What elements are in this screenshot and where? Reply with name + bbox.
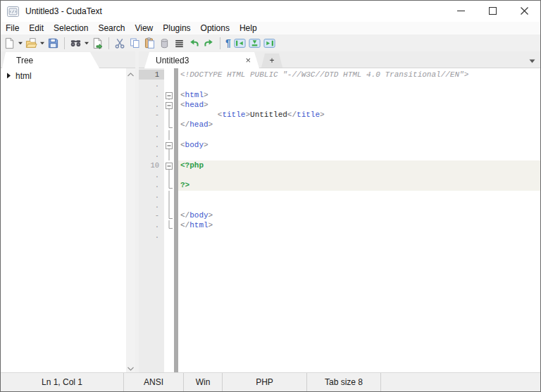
delete-button[interactable]: [157, 35, 172, 51]
select-all-button[interactable]: [172, 35, 187, 51]
tree-item-label: html: [15, 71, 32, 81]
goto-icon: [92, 37, 104, 49]
undo-button[interactable]: [187, 35, 201, 51]
maximize-button[interactable]: [477, 1, 509, 22]
code-line-1[interactable]: <!DOCTYPE HTML PUBLIC "-//W3C//DTD HTML …: [178, 70, 540, 80]
plus-icon: +: [269, 56, 274, 65]
code-line-15[interactable]: </body>: [178, 210, 540, 220]
tab-strip: Untitled3 × +: [139, 51, 540, 68]
toggle-right-panel-button[interactable]: [262, 35, 277, 51]
code-line-6[interactable]: </head>: [178, 120, 540, 129]
toggle-left-panel-icon: [234, 37, 246, 49]
status-encoding[interactable]: ANSI: [124, 373, 184, 391]
dropdown-arrow-button[interactable]: [17, 35, 24, 51]
code-line-12[interactable]: ?>: [178, 180, 540, 190]
toolbar-separator: [64, 37, 65, 49]
save-button[interactable]: [46, 35, 61, 51]
new-file-button[interactable]: [2, 35, 17, 51]
fold-collapse-icon[interactable]: [164, 140, 174, 150]
copy-button[interactable]: [128, 35, 142, 51]
line-number: 1: [139, 70, 164, 80]
fold-guide: [164, 120, 174, 129]
status-tab-size[interactable]: Tab size 8: [307, 373, 381, 391]
fold-collapse-icon[interactable]: [164, 90, 174, 100]
tab-list-dropdown-button[interactable]: [529, 53, 540, 66]
fold-gutter[interactable]: [164, 68, 174, 372]
toolbar: ¶: [1, 34, 540, 51]
code-line-4[interactable]: <head>: [178, 100, 540, 110]
line-number: .: [139, 231, 164, 241]
tab-untitled3[interactable]: Untitled3 ×: [144, 52, 259, 68]
status-message[interactable]: [381, 373, 540, 391]
status-caret-position[interactable]: Ln 1, Col 1: [1, 373, 124, 391]
code-line-7[interactable]: [178, 130, 540, 140]
code-tree: html: [1, 68, 126, 372]
goto-button[interactable]: [90, 35, 105, 51]
code-line-11[interactable]: [178, 170, 540, 180]
menu-item-file[interactable]: File: [1, 22, 24, 34]
toggle-left-panel-button[interactable]: [232, 35, 247, 51]
code-line-14[interactable]: [178, 201, 540, 210]
line-numbers-gutter: 1...-....10....-..: [139, 68, 164, 372]
menu-item-selection[interactable]: Selection: [49, 22, 93, 34]
menu-item-plugins[interactable]: Plugins: [158, 22, 195, 34]
dropdown-arrow-button[interactable]: [39, 35, 46, 51]
code-line-3[interactable]: <html>: [178, 90, 540, 100]
close-icon: [521, 5, 528, 18]
new-tab-button[interactable]: +: [261, 53, 282, 68]
menu-item-options[interactable]: Options: [196, 22, 235, 34]
title-bar[interactable]: Untitled3 - CudaText: [1, 1, 540, 22]
code-line-10[interactable]: <?php: [178, 160, 540, 170]
redo-button[interactable]: [201, 35, 216, 51]
menu-item-edit[interactable]: Edit: [24, 22, 49, 34]
menu-item-help[interactable]: Help: [235, 22, 262, 34]
find-button[interactable]: [68, 35, 83, 51]
code-line-8[interactable]: <body>: [178, 140, 540, 150]
tree-tab[interactable]: Tree: [2, 52, 99, 68]
editor[interactable]: 1...-....10....-.. <!DOCTYPE HTML PUBLIC…: [139, 68, 540, 372]
menu-item-search[interactable]: Search: [93, 22, 130, 34]
fold-collapse-icon[interactable]: [164, 100, 174, 110]
line-number: .: [139, 140, 164, 150]
open-file-button[interactable]: [24, 35, 39, 51]
code-line-16[interactable]: </html>: [178, 220, 540, 230]
code-line-2[interactable]: [178, 80, 540, 89]
redo-icon: [203, 37, 215, 49]
line-number: .: [139, 201, 164, 210]
tree-expander-icon[interactable]: [6, 71, 11, 81]
close-button[interactable]: [509, 1, 540, 22]
code-area[interactable]: <!DOCTYPE HTML PUBLIC "-//W3C//DTD HTML …: [178, 68, 540, 372]
fold-collapse-icon[interactable]: [164, 160, 174, 170]
fold-empty: [164, 70, 174, 80]
scroll-down-button[interactable]: [126, 362, 135, 372]
status-line-endings[interactable]: Win: [184, 373, 223, 391]
tree-scrollbar[interactable]: [126, 68, 135, 372]
tab-close-icon[interactable]: ×: [245, 56, 251, 65]
code-line-13[interactable]: [178, 191, 540, 201]
minimize-button[interactable]: [445, 1, 477, 22]
code-line-9[interactable]: [178, 150, 540, 160]
toggle-bottom-panel-button[interactable]: [247, 35, 262, 51]
scroll-up-button[interactable]: [126, 68, 135, 78]
fold-empty: [164, 80, 174, 89]
dropdown-arrow-button[interactable]: [83, 35, 90, 51]
show-whitespace-icon: ¶: [225, 37, 231, 49]
show-whitespace-button[interactable]: ¶: [224, 35, 232, 51]
fold-guide: [164, 180, 174, 190]
code-line-5[interactable]: <title>Untitled</title>: [178, 110, 540, 120]
line-number: .: [139, 191, 164, 201]
toolbar-separator: [220, 37, 220, 49]
dropdown-arrow-icon: [39, 37, 45, 49]
paste-button[interactable]: [142, 35, 157, 51]
chevron-up-icon: [128, 67, 134, 80]
fold-empty: [164, 231, 174, 241]
status-lexer[interactable]: PHP: [223, 373, 307, 391]
window-controls: [445, 1, 540, 22]
tree-tab-label: Tree: [16, 56, 33, 65]
menu-item-view[interactable]: View: [130, 22, 158, 34]
tree-item-html[interactable]: html: [1, 70, 126, 81]
line-number: .: [139, 120, 164, 129]
cut-icon: [114, 37, 126, 49]
cut-button[interactable]: [113, 35, 128, 51]
code-line-17[interactable]: [178, 231, 540, 241]
